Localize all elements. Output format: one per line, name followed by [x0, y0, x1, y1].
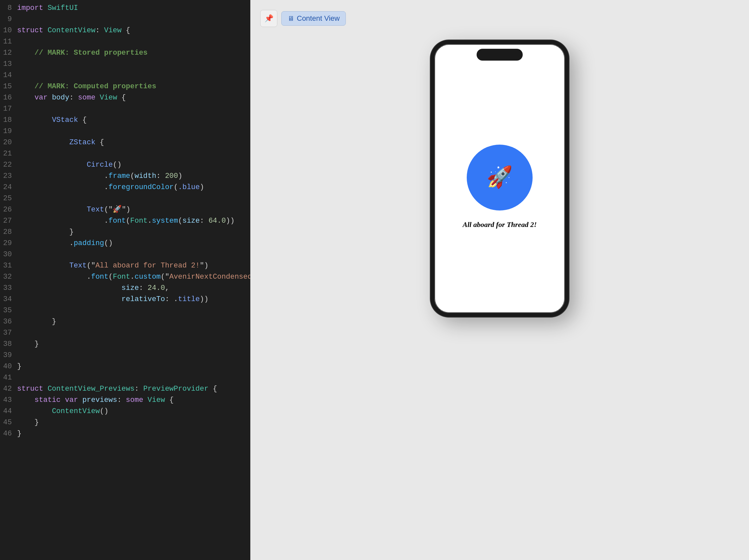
code-line: 46}: [0, 428, 250, 439]
line-content: }: [17, 227, 250, 238]
code-line: 8import SwiftUI: [0, 3, 250, 14]
code-line: 10struct ContentView: View {: [0, 25, 250, 36]
code-line: 41: [0, 372, 250, 384]
code-line: 23 .frame(width: 200): [0, 171, 250, 182]
line-number: 18: [0, 115, 17, 126]
line-content: import SwiftUI: [17, 3, 250, 14]
line-number: 27: [0, 215, 17, 227]
line-content: [17, 350, 250, 361]
tab-icon: 🖥: [287, 15, 294, 22]
line-number: 29: [0, 238, 17, 249]
line-content: Text("All aboard for Thread 2!"): [17, 260, 250, 272]
line-number: 24: [0, 182, 17, 193]
line-content: .foregroundColor(.blue): [17, 182, 250, 193]
code-line: 25: [0, 193, 250, 204]
code-line: 33 size: 24.0,: [0, 283, 250, 294]
code-line: 40}: [0, 361, 250, 372]
code-line: 9: [0, 14, 250, 25]
line-number: 22: [0, 159, 17, 171]
code-line: 13: [0, 59, 250, 70]
line-content: }: [17, 417, 250, 428]
line-content: .frame(width: 200): [17, 171, 250, 182]
line-number: 36: [0, 316, 17, 327]
preview-toolbar: 📌 🖥 Content View: [250, 6, 749, 30]
line-content: [17, 249, 250, 260]
line-content: // MARK: Computed properties: [17, 81, 250, 92]
code-line: 45 }: [0, 417, 250, 428]
dynamic-island: [477, 49, 523, 61]
line-content: [17, 305, 250, 316]
line-content: [17, 372, 250, 384]
line-content: }: [17, 361, 250, 372]
code-line: 34 relativeTo: .title)): [0, 294, 250, 305]
code-line: 11: [0, 36, 250, 47]
line-number: 17: [0, 104, 17, 115]
line-number: 23: [0, 171, 17, 182]
phone-content: 🚀 All aboard for Thread 2!: [434, 61, 565, 313]
code-editor: 8import SwiftUI9 10struct ContentView: V…: [0, 0, 250, 560]
line-content: [17, 126, 250, 137]
line-number: 37: [0, 327, 17, 339]
line-content: [17, 104, 250, 115]
line-content: // MARK: Stored properties: [17, 47, 250, 59]
line-content: size: 24.0,: [17, 283, 250, 294]
line-number: 43: [0, 395, 17, 406]
line-content: struct ContentView_Previews: PreviewProv…: [17, 384, 250, 395]
code-line: 27 .font(Font.system(size: 64.0)): [0, 215, 250, 227]
line-number: 46: [0, 428, 17, 439]
code-line: 12 // MARK: Stored properties: [0, 47, 250, 59]
phone-text: All aboard for Thread 2!: [463, 220, 537, 229]
line-number: 11: [0, 36, 17, 47]
line-content: Text("🚀"): [17, 204, 250, 215]
line-content: }: [17, 339, 250, 350]
code-line: 28 }: [0, 227, 250, 238]
code-line: 35: [0, 305, 250, 316]
line-number: 34: [0, 294, 17, 305]
line-number: 12: [0, 47, 17, 59]
line-content: [17, 70, 250, 81]
line-content: [17, 148, 250, 159]
line-number: 30: [0, 249, 17, 260]
line-number: 39: [0, 350, 17, 361]
line-number: 8: [0, 3, 17, 14]
line-content: }: [17, 316, 250, 327]
line-number: 26: [0, 204, 17, 215]
blue-circle: 🚀: [467, 145, 533, 211]
code-line: 16 var body: some View {: [0, 92, 250, 104]
line-number: 33: [0, 283, 17, 294]
line-number: 41: [0, 372, 17, 384]
line-number: 20: [0, 137, 17, 148]
line-number: 28: [0, 227, 17, 238]
code-line: 19: [0, 126, 250, 137]
line-content: struct ContentView: View {: [17, 25, 250, 36]
line-content: ContentView(): [17, 406, 250, 417]
code-line: 42struct ContentView_Previews: PreviewPr…: [0, 384, 250, 395]
code-line: 44 ContentView(): [0, 406, 250, 417]
line-content: ZStack {: [17, 137, 250, 148]
line-content: }: [17, 428, 250, 439]
code-line: 37: [0, 327, 250, 339]
line-number: 31: [0, 260, 17, 272]
iphone-mockup: 🚀 All aboard for Thread 2!: [430, 40, 569, 317]
code-line: 24 .foregroundColor(.blue): [0, 182, 250, 193]
line-number: 9: [0, 14, 17, 25]
line-content: static var previews: some View {: [17, 395, 250, 406]
code-line: 20 ZStack {: [0, 137, 250, 148]
code-line: 21: [0, 148, 250, 159]
tab-label: Content View: [297, 14, 340, 23]
line-content: .padding(): [17, 238, 250, 249]
line-number: 45: [0, 417, 17, 428]
line-number: 15: [0, 81, 17, 92]
line-content: .font(Font.system(size: 64.0)): [17, 215, 250, 227]
preview-panel: 📌 🖥 Content View 🚀 All aboard for Thread…: [250, 0, 749, 560]
line-content: relativeTo: .title)): [17, 294, 250, 305]
content-view-tab[interactable]: 🖥 Content View: [281, 11, 346, 26]
line-content: var body: some View {: [17, 92, 250, 104]
code-line: 17: [0, 104, 250, 115]
code-line: 39: [0, 350, 250, 361]
pin-button[interactable]: 📌: [260, 10, 277, 27]
line-number: 44: [0, 406, 17, 417]
line-number: 35: [0, 305, 17, 316]
line-number: 19: [0, 126, 17, 137]
line-content: Circle(): [17, 159, 250, 171]
